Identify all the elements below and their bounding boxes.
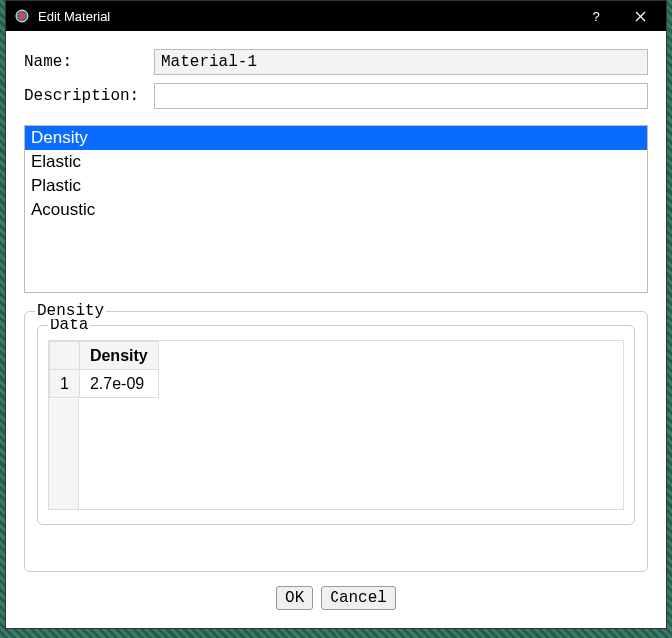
density-groupbox: Density Data Density 12.7e-09 bbox=[24, 311, 648, 572]
titlebar: Edit Material ? bbox=[6, 1, 666, 31]
density-table-wrap: Density 12.7e-09 bbox=[48, 340, 624, 510]
material-behaviors-list[interactable]: DensityElasticPlasticAcoustic bbox=[24, 125, 648, 293]
svg-rect-1 bbox=[19, 13, 25, 19]
data-group-label: Data bbox=[48, 317, 90, 334]
help-icon: ? bbox=[592, 9, 599, 24]
table-corner bbox=[50, 342, 80, 370]
app-icon bbox=[14, 8, 30, 24]
description-input[interactable] bbox=[154, 83, 648, 109]
data-groupbox: Data Density 12.7e-09 bbox=[37, 325, 635, 525]
list-item[interactable]: Acoustic bbox=[25, 198, 647, 222]
density-cell[interactable]: 2.7e-09 bbox=[79, 370, 158, 398]
list-item[interactable]: Elastic bbox=[25, 150, 647, 174]
description-row: Description: bbox=[24, 83, 648, 109]
dialog-buttons: OK Cancel bbox=[24, 572, 648, 616]
table-row[interactable]: 12.7e-09 bbox=[50, 370, 159, 398]
close-button[interactable] bbox=[618, 1, 662, 31]
description-label: Description: bbox=[24, 87, 154, 105]
name-row: Name: bbox=[24, 49, 648, 75]
density-table[interactable]: Density 12.7e-09 bbox=[49, 341, 159, 398]
ok-button[interactable]: OK bbox=[276, 586, 313, 610]
dialog-content: Name: Description: DensityElasticPlastic… bbox=[6, 31, 666, 628]
row-header-gutter bbox=[49, 399, 79, 509]
list-item[interactable]: Density bbox=[25, 126, 647, 150]
name-input[interactable] bbox=[154, 49, 648, 75]
close-icon bbox=[635, 11, 646, 22]
edit-material-dialog: Edit Material ? Name: Description: Densi… bbox=[5, 0, 667, 629]
cancel-button[interactable]: Cancel bbox=[321, 586, 396, 610]
row-index: 1 bbox=[50, 370, 80, 398]
help-button[interactable]: ? bbox=[574, 1, 618, 31]
name-label: Name: bbox=[24, 53, 154, 71]
density-column-header: Density bbox=[79, 342, 158, 370]
list-item[interactable]: Plastic bbox=[25, 174, 647, 198]
window-title: Edit Material bbox=[38, 9, 574, 24]
